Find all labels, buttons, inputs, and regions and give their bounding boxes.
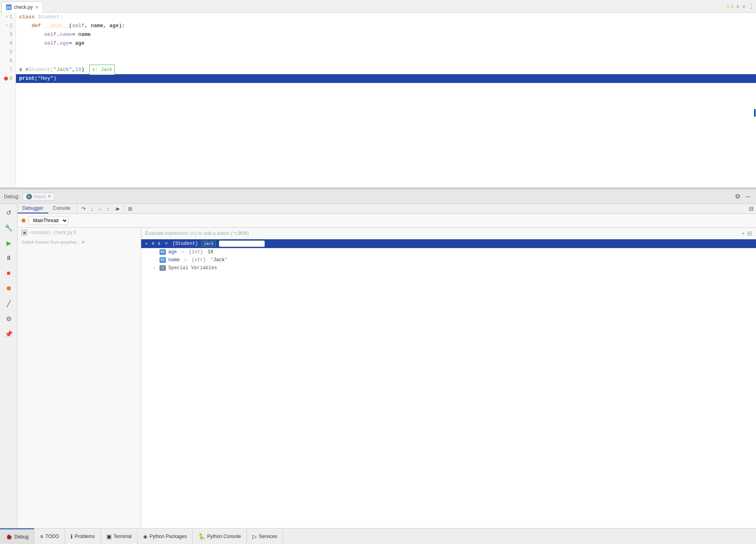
line-num-1: ▾ 1	[2, 13, 12, 22]
tab-close-button[interactable]: ✕	[35, 5, 39, 10]
settings-button[interactable]: 🔧	[3, 222, 14, 233]
step-over-button[interactable]: ↷	[79, 205, 88, 213]
more-options-button[interactable]: ⋮	[748, 2, 754, 10]
status-python-console[interactable]: 🐍 Python Console	[193, 528, 247, 544]
pause-button[interactable]: ⏸	[3, 252, 14, 264]
debug-session-tab[interactable]: 🐍 check ✕	[23, 193, 55, 201]
var-icon-name: 01	[159, 257, 166, 263]
code-line-6	[19, 57, 753, 65]
restore-layout-button[interactable]: ⊟	[746, 204, 756, 213]
variables-panel: Evaluate expression (⏎) or add a watch (…	[141, 228, 756, 528]
line-num-8: 8	[2, 74, 12, 83]
step-out-button[interactable]: ↑	[104, 205, 112, 213]
status-problems[interactable]: ℹ Problems	[65, 528, 101, 544]
line-num-2: ▾ 2	[2, 22, 12, 30]
code-line-4: self.age = age	[19, 39, 753, 48]
debug-sidebar: ↺ 🔧 ▶ ⏸ ■ ⏺ ╱ ⚙ 📌	[0, 204, 18, 528]
terminal-icon: ▣	[106, 533, 112, 540]
python-session-icon: 🐍	[26, 194, 32, 199]
inline-value-s: s: Jack	[89, 65, 115, 75]
run-to-cursor-button[interactable]: ↓▶	[112, 205, 122, 213]
code-line-7: s = Student("Jack", 18) s: Jack	[19, 65, 753, 74]
eval-bar: Evaluate expression (⏎) or add a watch (…	[141, 228, 756, 239]
line-num-3: 3	[2, 30, 12, 39]
warning-count: 1	[731, 4, 734, 9]
frames-panel: ▣ <module>, check.py:8 Switch frames fro…	[18, 228, 141, 528]
debug-tabs-row: Debugger Console ↷ ↓ ↓↓ ↑ ↓▶ ⊞ ⊟	[18, 204, 756, 214]
services-icon: ▷	[252, 533, 257, 540]
code-line-8: print("Hey")	[16, 74, 756, 83]
nav-down-button[interactable]: ∨	[742, 4, 746, 9]
status-debug-label: Debug	[14, 534, 28, 540]
status-services-label: Services	[259, 534, 277, 539]
frame-item[interactable]: ▣ <module>, check.py:8	[18, 228, 141, 237]
switch-frames-close[interactable]: ✕	[81, 240, 85, 244]
step-into-my-code-button[interactable]: ↓↓	[95, 205, 104, 212]
debug-main: Debugger Console ↷ ↓ ↓↓ ↑ ↓▶ ⊞ ⊟	[18, 204, 756, 528]
eval-placeholder: Evaluate expression (⏎) or add a watch (…	[145, 231, 249, 236]
python-console-icon: 🐍	[198, 533, 205, 540]
var-item-age[interactable]: ▾ 01 age = {int} 18	[141, 248, 756, 256]
view-breakpoints-button[interactable]: ⊞	[126, 205, 135, 213]
debug-minimize-button[interactable]: ─	[744, 192, 752, 201]
code-line-3: self.name = name	[19, 30, 753, 39]
tab-console[interactable]: Console	[48, 204, 75, 213]
step-into-button[interactable]: ↓	[88, 205, 96, 213]
add-watch-button[interactable]: +	[742, 230, 745, 237]
python-file-icon: py	[6, 4, 12, 10]
debug-session-name: check	[33, 194, 46, 199]
python-packages-icon: ◈	[143, 533, 148, 540]
status-services[interactable]: ▷ Services	[247, 528, 283, 544]
code-line-2: def __init__(self, name, age):	[19, 22, 753, 30]
status-bar: 🐞 Debug ≡ TODO ℹ Problems ▣ Terminal ◈ P…	[0, 528, 756, 544]
toggle-breakpoints-button[interactable]: ⏺	[3, 283, 14, 294]
tab-filename: check.py	[14, 4, 33, 10]
var-item-name[interactable]: ▾ 01 name = {str} 'Jack'	[141, 256, 756, 264]
editor-toolbar-right: ⚠ 1 ∧ ∨ ⋮	[726, 2, 754, 10]
code-content[interactable]: class Student: def __init__(self, name, …	[16, 13, 756, 187]
var-type-s: {Student}	[172, 241, 198, 246]
todo-icon: ≡	[40, 533, 43, 540]
status-problems-label: Problems	[75, 534, 95, 539]
fold-arrow-2: ▾	[6, 22, 8, 30]
rerun-button[interactable]: ↺	[3, 207, 14, 218]
code-line-1: class Student:	[19, 13, 753, 22]
editor-tab-bar: py check.py ✕ ⚠ 1 ∧ ∨ ⋮	[0, 0, 756, 13]
debug-session-close[interactable]: ✕	[47, 194, 51, 199]
var-expand-s[interactable]: ▾	[145, 241, 149, 246]
line-numbers: ▾ 1 ▾ 2 3 ▾ 4 5 6 7 8	[0, 13, 16, 187]
var-item-s[interactable]: ▾ ≡ s = {Student} Jack Configure Rendere…	[141, 239, 756, 248]
debug-settings-side-button[interactable]: ⚙	[3, 313, 14, 324]
configure-renderer-button[interactable]: Configure Renderer	[219, 240, 265, 247]
status-debug[interactable]: 🐞 Debug	[0, 528, 34, 544]
status-todo-label: TODO	[45, 534, 59, 539]
resume-button[interactable]: ▶	[3, 237, 14, 248]
editor-tab-check-py[interactable]: py check.py ✕	[2, 2, 43, 13]
var-item-special[interactable]: › ≡ Special Variables	[141, 264, 756, 272]
variable-tree: ▾ ≡ s = {Student} Jack Configure Rendere…	[141, 239, 756, 272]
warning-badge: ⚠ 1	[726, 4, 734, 9]
eval-more-button[interactable]: ⊟	[747, 230, 752, 237]
code-editor[interactable]: ▾ 1 ▾ 2 3 ▾ 4 5 6 7 8 c	[0, 13, 756, 187]
var-icon-age: 01	[159, 249, 166, 255]
tab-debugger[interactable]: Debugger	[18, 204, 48, 213]
editor-area: py check.py ✕ ⚠ 1 ∧ ∨ ⋮ ▾ 1 ▾ 2	[0, 0, 756, 187]
debug-body: ↺ 🔧 ▶ ⏸ ■ ⏺ ╱ ⚙ 📌 Debugger Console ↷ ↓ ↓…	[0, 204, 756, 528]
line-num-7: 7	[2, 65, 12, 74]
var-expand-special[interactable]: ›	[153, 266, 157, 270]
debug-settings-button[interactable]: ⚙	[733, 192, 742, 201]
editor-scrollbar[interactable]	[754, 13, 756, 187]
problems-icon: ℹ	[71, 533, 73, 540]
status-terminal[interactable]: ▣ Terminal	[101, 528, 138, 544]
status-todo[interactable]: ≡ TODO	[34, 528, 65, 544]
stop-button[interactable]: ■	[3, 268, 14, 279]
thread-selector[interactable]: MainThread	[29, 216, 68, 225]
line-num-5: 5	[2, 48, 12, 57]
debug-label: Debug:	[4, 194, 20, 199]
mute-button[interactable]: ╱	[3, 298, 14, 309]
breakpoint-8[interactable]	[4, 77, 8, 81]
nav-up-button[interactable]: ∧	[736, 4, 740, 9]
line-num-6: 6	[2, 57, 12, 65]
status-python-packages[interactable]: ◈ Python Packages	[138, 528, 193, 544]
pin-button[interactable]: 📌	[3, 328, 14, 339]
